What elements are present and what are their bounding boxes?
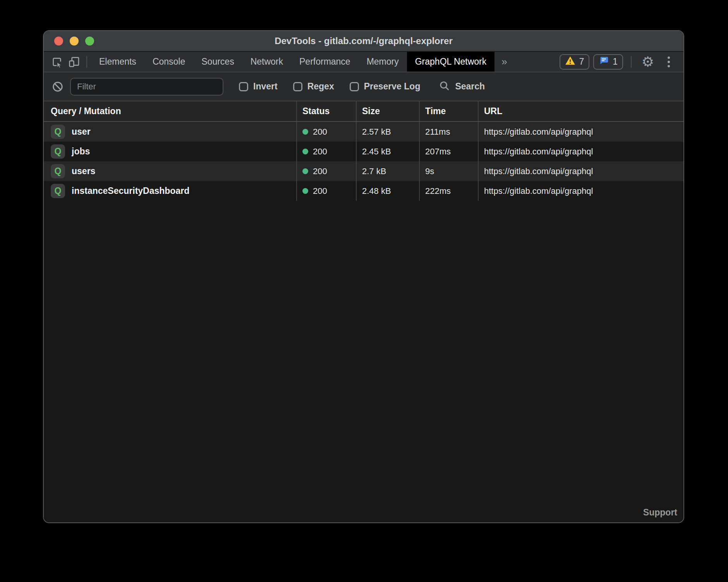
kebab-menu-icon (661, 56, 676, 67)
issues-badge[interactable]: 1 (593, 54, 623, 70)
title-bar: DevTools - gitlab.com/-/graphql-explorer (44, 31, 683, 52)
request-url: https://gitlab.com/api/graphql (478, 181, 683, 201)
clear-button[interactable] (51, 81, 65, 92)
issues-count: 1 (613, 56, 618, 67)
search-label: Search (455, 81, 485, 92)
panel-empty-area: Support (44, 201, 683, 522)
search-icon (439, 80, 450, 93)
tab-memory[interactable]: Memory (359, 52, 407, 72)
settings-button[interactable]: ⚙ (639, 55, 656, 69)
search-button[interactable]: Search (439, 80, 485, 93)
tab-bar-right-controls: 7 1 ⚙ (560, 52, 683, 72)
device-toolbar-icon (68, 56, 80, 68)
chat-bubble-icon (599, 55, 609, 68)
table-row[interactable]: Q users 200 2.7 kB 9s https://gitlab.com… (44, 161, 683, 181)
column-header-time[interactable]: Time (419, 101, 478, 121)
invert-checkbox[interactable] (239, 82, 248, 91)
table-row[interactable]: Q jobs 200 2.45 kB 207ms https://gitlab.… (44, 142, 683, 161)
block-icon (52, 81, 64, 92)
query-type-icon: Q (51, 164, 65, 178)
query-type-icon: Q (51, 184, 65, 198)
warning-triangle-icon (565, 55, 575, 68)
filter-toolbar: Invert Regex Preserve Log Search (44, 72, 683, 101)
inspect-element-button[interactable] (48, 52, 65, 72)
regex-checkbox[interactable] (293, 82, 302, 91)
query-type-icon: Q (51, 125, 65, 139)
more-tabs-button[interactable]: » (494, 52, 514, 72)
response-size: 2.57 kB (356, 122, 419, 142)
status-code: 200 (313, 186, 327, 196)
controls-divider (631, 56, 632, 68)
support-link[interactable]: Support (643, 507, 677, 518)
query-type-icon: Q (51, 144, 65, 159)
preserve-log-checkbox[interactable] (350, 82, 359, 91)
status-code: 200 (313, 127, 327, 137)
response-time: 211ms (419, 122, 478, 142)
devtools-tab-bar: Elements Console Sources Network Perform… (44, 52, 683, 72)
query-name: instanceSecurityDashboard (72, 186, 189, 196)
query-name: users (72, 166, 95, 176)
devtools-window: DevTools - gitlab.com/-/graphql-explorer… (43, 30, 684, 523)
column-header-url[interactable]: URL (478, 101, 683, 121)
query-name: user (72, 127, 91, 137)
preserve-log-label: Preserve Log (364, 81, 421, 92)
table-header: Query / Mutation Status Size Time URL (44, 101, 683, 122)
regex-checkbox-group[interactable]: Regex (293, 81, 334, 92)
gear-icon: ⚙ (642, 55, 654, 69)
status-ok-icon (302, 168, 308, 174)
tab-graphql-network[interactable]: GraphQL Network (407, 52, 495, 72)
tab-elements[interactable]: Elements (91, 52, 144, 72)
window-title: DevTools - gitlab.com/-/graphql-explorer (44, 31, 683, 51)
response-time: 207ms (419, 142, 478, 161)
filter-input[interactable] (70, 78, 223, 96)
query-name: jobs (72, 146, 90, 157)
table-row[interactable]: Q user 200 2.57 kB 211ms https://gitlab.… (44, 122, 683, 142)
tab-performance[interactable]: Performance (291, 52, 359, 72)
preserve-log-checkbox-group[interactable]: Preserve Log (350, 81, 421, 92)
column-header-size[interactable]: Size (356, 101, 419, 121)
status-ok-icon (302, 129, 308, 135)
column-header-query-mutation[interactable]: Query / Mutation (44, 101, 296, 121)
request-url: https://gitlab.com/api/graphql (478, 122, 683, 142)
request-url: https://gitlab.com/api/graphql (478, 161, 683, 181)
response-size: 2.45 kB (356, 142, 419, 161)
status-ok-icon (302, 149, 308, 154)
response-time: 9s (419, 161, 478, 181)
toolbar-divider (86, 56, 87, 68)
status-code: 200 (313, 147, 327, 157)
device-toolbar-button[interactable] (65, 52, 82, 72)
status-ok-icon (302, 188, 308, 194)
request-url: https://gitlab.com/api/graphql (478, 142, 683, 161)
regex-label: Regex (307, 81, 334, 92)
column-header-status[interactable]: Status (296, 101, 356, 121)
response-size: 2.7 kB (356, 161, 419, 181)
invert-label: Invert (253, 81, 278, 92)
status-code: 200 (313, 166, 327, 176)
tab-console[interactable]: Console (144, 52, 193, 72)
inspect-cursor-icon (51, 56, 63, 68)
tab-network[interactable]: Network (242, 52, 291, 72)
more-options-button[interactable] (660, 56, 677, 67)
warning-count: 7 (579, 56, 584, 67)
table-row[interactable]: Q instanceSecurityDashboard 200 2.48 kB … (44, 181, 683, 201)
invert-checkbox-group[interactable]: Invert (239, 81, 278, 92)
warnings-badge[interactable]: 7 (560, 54, 589, 70)
response-size: 2.48 kB (356, 181, 419, 201)
panel-tabs: Elements Console Sources Network Perform… (91, 52, 514, 72)
response-time: 222ms (419, 181, 478, 201)
tab-sources[interactable]: Sources (193, 52, 242, 72)
